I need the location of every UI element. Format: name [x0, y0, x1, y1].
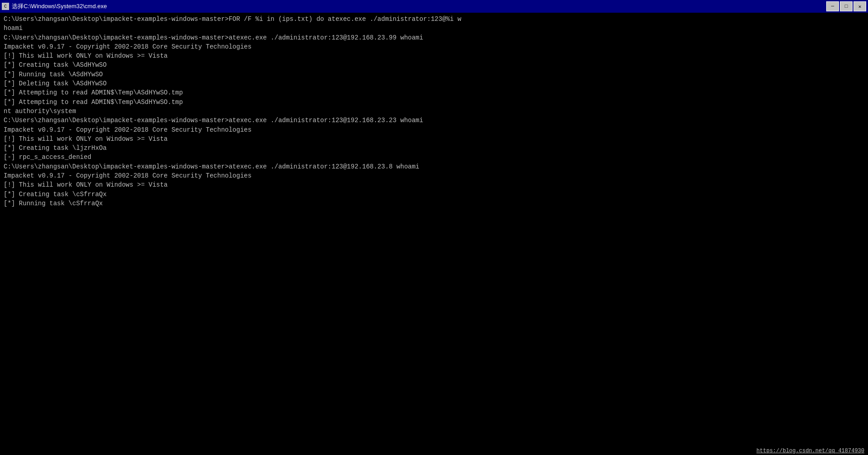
status-bar: https://blog.csdn.net/qq_41874930	[0, 447, 868, 455]
minimize-button[interactable]: ─	[826, 1, 839, 11]
terminal-line: [*] Attempting to read ADMIN$\Temp\ASdHY…	[4, 88, 864, 97]
terminal-line: C:\Users\zhangsan\Desktop\impacket-examp…	[4, 15, 864, 24]
blog-link: https://blog.csdn.net/qq_41874930	[756, 448, 864, 454]
terminal-line: [!] This will work ONLY on Windows >= Vi…	[4, 51, 864, 60]
terminal-output: C:\Users\zhangsan\Desktop\impacket-examp…	[0, 13, 868, 447]
terminal-line: Impacket v0.9.17 - Copyright 2002-2018 C…	[4, 42, 864, 51]
terminal-line: [-] rpc_s_access_denied	[4, 153, 864, 162]
terminal-line: [*] Creating task \cSfrraQx	[4, 190, 864, 199]
window-controls[interactable]: ─ □ ✕	[826, 1, 866, 11]
terminal-line: [!] This will work ONLY on Windows >= Vi…	[4, 134, 864, 143]
cmd-icon: C	[2, 3, 9, 10]
terminal-line: C:\Users\zhangsan\Desktop\impacket-examp…	[4, 162, 864, 171]
terminal-line: [*] Attempting to read ADMIN$\Temp\ASdHY…	[4, 98, 864, 107]
terminal-line: Impacket v0.9.17 - Copyright 2002-2018 C…	[4, 125, 864, 134]
terminal-line: [*] Creating task \ASdHYwSO	[4, 60, 864, 69]
terminal-line: [!] This will work ONLY on Windows >= Vi…	[4, 180, 864, 189]
terminal-line: hoami	[4, 24, 864, 33]
title-bar: C 选择C:\Windows\System32\cmd.exe ─ □ ✕	[0, 0, 868, 13]
terminal-line: Impacket v0.9.17 - Copyright 2002-2018 C…	[4, 171, 864, 180]
terminal-line: C:\Users\zhangsan\Desktop\impacket-examp…	[4, 116, 864, 125]
terminal-line: [*] Running task \cSfrraQx	[4, 199, 864, 208]
window-title: 选择C:\Windows\System32\cmd.exe	[12, 2, 107, 10]
terminal-line: [*] Running task \ASdHYwSO	[4, 70, 864, 79]
terminal-line: nt authority\system	[4, 107, 864, 116]
close-button[interactable]: ✕	[853, 1, 866, 11]
terminal-line: [*] Deleting task \ASdHYwSO	[4, 79, 864, 88]
title-bar-left: C 选择C:\Windows\System32\cmd.exe	[2, 2, 107, 10]
maximize-button[interactable]: □	[840, 1, 853, 11]
terminal-line: [*] Creating task \ljzrHxOa	[4, 143, 864, 153]
terminal-line: C:\Users\zhangsan\Desktop\impacket-examp…	[4, 33, 864, 42]
